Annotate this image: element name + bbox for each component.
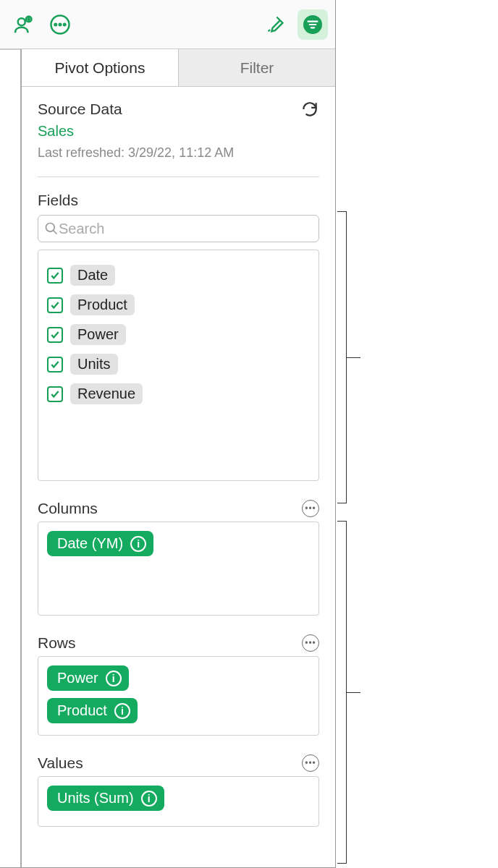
field-checkbox[interactable] bbox=[47, 357, 63, 373]
inspector-panel: Pivot Options Filter Source Data Sales L… bbox=[22, 49, 335, 867]
values-heading: Values bbox=[38, 754, 83, 772]
source-table-link[interactable]: Sales bbox=[38, 123, 319, 140]
field-chip[interactable]: Units bbox=[70, 354, 118, 375]
organize-button[interactable] bbox=[297, 9, 328, 40]
svg-point-12 bbox=[46, 224, 55, 232]
columns-options-button[interactable]: ••• bbox=[302, 500, 319, 517]
svg-point-6 bbox=[59, 23, 62, 25]
columns-pill[interactable]: Date (YM)i bbox=[47, 531, 153, 556]
svg-line-13 bbox=[54, 231, 57, 234]
pill-label: Date (YM) bbox=[57, 535, 123, 552]
field-row: Power bbox=[47, 320, 310, 349]
rows-options-button[interactable]: ••• bbox=[302, 634, 319, 652]
field-checkbox[interactable] bbox=[47, 386, 63, 402]
info-icon[interactable]: i bbox=[130, 536, 146, 552]
info-icon[interactable]: i bbox=[106, 671, 122, 686]
fields-list: DateProductPowerUnitsRevenue bbox=[38, 250, 319, 481]
field-checkbox[interactable] bbox=[47, 297, 63, 313]
field-chip[interactable]: Product bbox=[70, 294, 135, 315]
tab-filter[interactable]: Filter bbox=[179, 49, 335, 86]
annotation-bracket-areas bbox=[346, 521, 347, 864]
source-data-heading: Source Data bbox=[38, 101, 122, 118]
more-menu-button[interactable] bbox=[45, 9, 75, 40]
field-row: Units bbox=[47, 349, 310, 379]
svg-point-5 bbox=[55, 23, 57, 25]
pill-label: Power bbox=[57, 670, 98, 686]
field-checkbox[interactable] bbox=[47, 327, 63, 343]
sidebar-container: Pivot Options Filter Source Data Sales L… bbox=[0, 49, 335, 867]
field-chip[interactable]: Revenue bbox=[70, 383, 143, 404]
pill-label: Units (Sum) bbox=[57, 790, 134, 807]
rows-pill[interactable]: Producti bbox=[47, 698, 138, 723]
columns-heading: Columns bbox=[38, 500, 98, 517]
panel-tabs: Pivot Options Filter bbox=[22, 49, 335, 87]
rows-pill[interactable]: Poweri bbox=[47, 665, 129, 691]
collaborate-button[interactable] bbox=[7, 9, 38, 40]
format-paintbrush-button[interactable] bbox=[260, 9, 290, 40]
values-options-button[interactable]: ••• bbox=[302, 754, 319, 772]
fields-heading: Fields bbox=[38, 192, 319, 209]
sheet-sliver bbox=[0, 49, 22, 867]
values-pill[interactable]: Units (Sum)i bbox=[47, 786, 164, 811]
pivot-panel-app: Pivot Options Filter Source Data Sales L… bbox=[0, 0, 336, 868]
search-icon bbox=[44, 221, 59, 236]
divider bbox=[38, 176, 319, 177]
toolbar bbox=[0, 0, 335, 49]
field-chip[interactable]: Date bbox=[70, 265, 115, 286]
info-icon[interactable]: i bbox=[141, 791, 157, 807]
field-row: Revenue bbox=[47, 379, 310, 409]
info-icon[interactable]: i bbox=[114, 703, 130, 719]
values-dropzone[interactable]: Units (Sum)i bbox=[38, 776, 319, 827]
refresh-button[interactable] bbox=[300, 100, 319, 122]
rows-heading: Rows bbox=[38, 634, 76, 652]
field-checkbox[interactable] bbox=[47, 268, 63, 284]
svg-point-7 bbox=[64, 23, 66, 25]
field-chip[interactable]: Power bbox=[70, 324, 126, 345]
field-row: Date bbox=[47, 260, 310, 290]
annotation-bracket-fields bbox=[346, 211, 347, 503]
columns-dropzone[interactable]: Date (YM)i bbox=[38, 522, 319, 616]
fields-search-input[interactable] bbox=[59, 221, 313, 237]
rows-dropzone[interactable]: PoweriProducti bbox=[38, 656, 319, 736]
last-refreshed-text: Last refreshed: 3/29/22, 11:12 AM bbox=[38, 145, 319, 161]
pill-label: Product bbox=[57, 702, 107, 719]
tab-pivot-options[interactable]: Pivot Options bbox=[22, 49, 179, 86]
fields-search[interactable] bbox=[38, 215, 319, 242]
field-row: Product bbox=[47, 290, 310, 320]
panel-body: Source Data Sales Last refreshed: 3/29/2… bbox=[22, 87, 335, 867]
svg-point-0 bbox=[18, 18, 25, 25]
